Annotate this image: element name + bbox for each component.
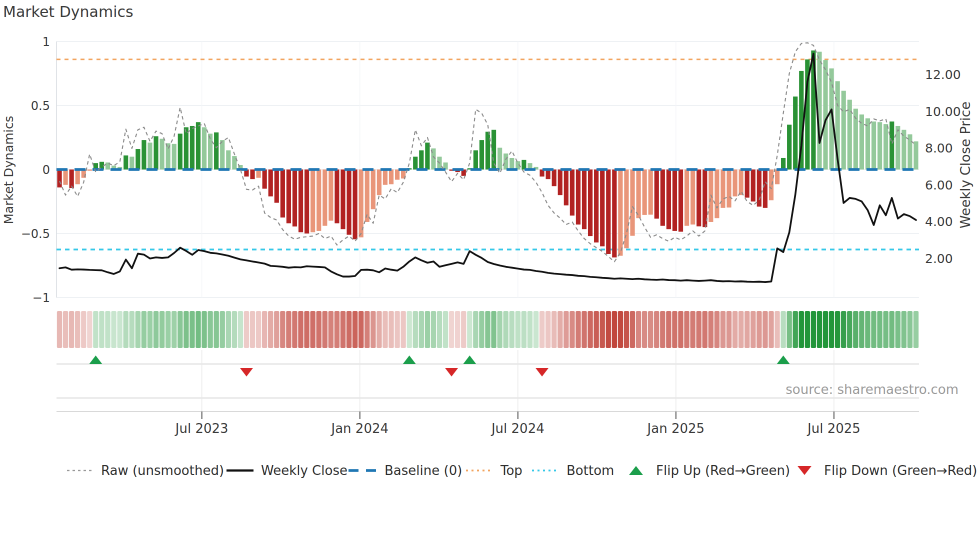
momentum-bar bbox=[522, 160, 526, 170]
heatmap-cell bbox=[382, 311, 388, 348]
momentum-bar bbox=[558, 170, 562, 195]
heatmap-cell bbox=[829, 311, 834, 348]
legend-label: Flip Up (Red→Green) bbox=[656, 463, 790, 478]
heatmap-cell bbox=[328, 311, 334, 348]
heatmap-cell bbox=[853, 311, 858, 348]
heatmap-cell bbox=[902, 311, 906, 348]
heatmap-cell bbox=[654, 311, 659, 348]
flip-up-marker bbox=[463, 356, 476, 364]
momentum-bar bbox=[696, 170, 701, 226]
heatmap-cell bbox=[202, 311, 206, 348]
heatmap-cell bbox=[510, 311, 514, 348]
momentum-bar bbox=[419, 150, 424, 170]
heatmap-cell bbox=[708, 311, 714, 348]
heatmap-cell bbox=[292, 311, 297, 348]
momentum-bar bbox=[322, 170, 327, 226]
heatmap-cell bbox=[540, 311, 544, 348]
heatmap-cell bbox=[425, 311, 430, 348]
heatmap-cell bbox=[648, 311, 653, 348]
heatmap-cell bbox=[762, 311, 768, 348]
momentum-bar bbox=[498, 148, 502, 170]
heatmap-cell bbox=[166, 311, 170, 348]
heatmap-cell bbox=[394, 311, 400, 348]
momentum-bar bbox=[787, 124, 792, 170]
heatmap-cell bbox=[582, 311, 586, 348]
heatmap-cell bbox=[871, 311, 876, 348]
momentum-bar bbox=[732, 170, 737, 196]
heatmap-cell bbox=[437, 311, 442, 348]
momentum-bar bbox=[492, 130, 496, 170]
heatmap-cell bbox=[256, 311, 261, 348]
momentum-bar bbox=[214, 132, 218, 170]
momentum-bar bbox=[546, 170, 550, 179]
x-tick-label: Jan 2025 bbox=[646, 421, 705, 436]
momentum-bar bbox=[624, 170, 628, 248]
momentum-bar bbox=[286, 170, 291, 224]
legend-item: Flip Up (Red→Green) bbox=[629, 463, 790, 478]
momentum-bar bbox=[70, 170, 74, 188]
chart-page: Market Dynamics Market Dynamics Weekly C… bbox=[0, 0, 980, 551]
heatmap-cell bbox=[877, 311, 882, 348]
heatmap-cell bbox=[400, 311, 406, 348]
heatmap-cell bbox=[528, 311, 532, 348]
heatmap-cell bbox=[467, 311, 472, 348]
momentum-bar bbox=[202, 128, 206, 170]
momentum-bar bbox=[160, 139, 164, 170]
heatmap-cell bbox=[334, 311, 340, 348]
momentum-bar bbox=[775, 170, 780, 184]
heatmap-cell bbox=[93, 311, 98, 348]
heatmap-cell bbox=[75, 311, 80, 348]
momentum-bar bbox=[552, 170, 556, 186]
momentum-bar bbox=[292, 170, 297, 226]
heatmap-cell bbox=[702, 311, 708, 348]
heatmap-cell bbox=[588, 311, 592, 348]
heatmap-cell bbox=[726, 311, 732, 348]
heatmap-cell bbox=[570, 311, 574, 348]
heatmap-cell bbox=[298, 311, 303, 348]
momentum-bar bbox=[262, 170, 267, 188]
momentum-bar bbox=[763, 170, 768, 208]
momentum-bar bbox=[757, 170, 762, 206]
heatmap-cell bbox=[491, 311, 496, 348]
momentum-bar bbox=[769, 170, 774, 200]
heatmap-cell bbox=[268, 311, 273, 348]
heatmap-cell bbox=[148, 311, 152, 348]
momentum-bar bbox=[154, 136, 158, 170]
momentum-bar bbox=[486, 132, 490, 170]
heatmap-cell bbox=[238, 311, 243, 348]
momentum-bar bbox=[726, 170, 731, 208]
momentum-bar bbox=[142, 140, 146, 170]
flip-up-marker bbox=[403, 356, 416, 364]
heatmap-cell bbox=[388, 311, 394, 348]
y-right-tick-label: 10.00 bbox=[925, 104, 961, 119]
momentum-bar bbox=[823, 60, 828, 170]
momentum-bar bbox=[340, 170, 345, 229]
momentum-bar bbox=[389, 170, 394, 184]
source-note: source: sharemaestro.com bbox=[786, 382, 958, 397]
momentum-bar bbox=[268, 170, 273, 196]
momentum-bar bbox=[594, 170, 598, 242]
momentum-bar bbox=[371, 170, 376, 209]
heatmap-cell bbox=[732, 311, 738, 348]
momentum-bar bbox=[896, 126, 900, 170]
momentum-bar bbox=[184, 128, 188, 170]
heatmap-cell bbox=[522, 311, 526, 348]
heatmap-cell bbox=[890, 311, 894, 348]
legend-label: Flip Down (Green→Red) bbox=[824, 463, 977, 478]
momentum-bar bbox=[346, 170, 351, 235]
heatmap-cell bbox=[865, 311, 870, 348]
heatmap-cell bbox=[630, 311, 635, 348]
momentum-bar bbox=[902, 130, 906, 170]
heatmap-cell bbox=[81, 311, 86, 348]
momentum-bar bbox=[274, 170, 279, 203]
legend-swatch-triangle-down-icon bbox=[798, 466, 812, 475]
heatmap-cell bbox=[516, 311, 520, 348]
legend-item: Raw (unsmoothed) bbox=[67, 463, 224, 478]
heatmap-cell bbox=[546, 311, 550, 348]
heatmap-cell bbox=[346, 311, 352, 348]
y-left-tick-label: 1 bbox=[42, 35, 50, 49]
momentum-bar bbox=[334, 170, 339, 224]
momentum-bar bbox=[600, 170, 604, 246]
legend-item: Baseline (0) bbox=[348, 463, 462, 478]
x-tick-label: Jul 2023 bbox=[174, 421, 228, 436]
